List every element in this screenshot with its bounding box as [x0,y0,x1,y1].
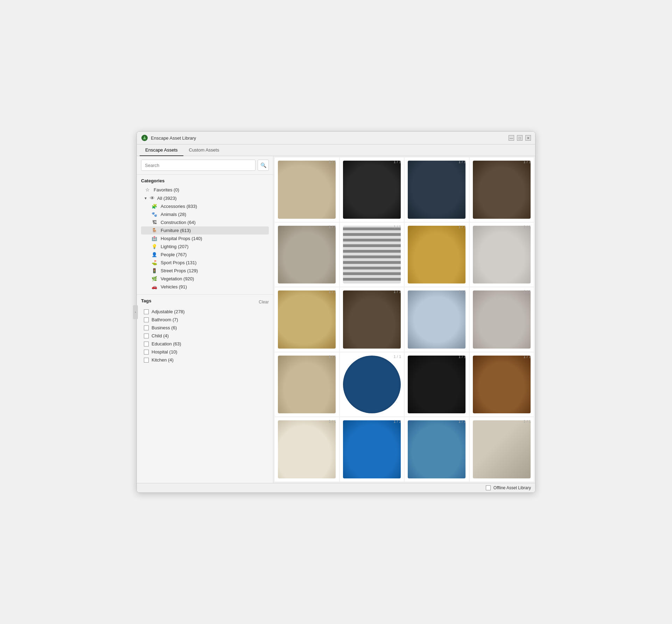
tag-bathroom[interactable]: Bathroom (7) [141,316,269,324]
asset-thumbnail-14 [343,356,401,413]
window-title: Enscape Asset Library [151,135,196,141]
tags-clear-button[interactable]: Clear [259,300,269,304]
favorites-label: Favorites (0) [154,187,179,192]
category-vehicles[interactable]: 🚗 Vehicles (91) [141,283,269,291]
asset-badge-1: 1 / 1 [329,160,336,164]
accessories-icon: 🧩 [151,204,158,209]
furniture-label: Furniture (613) [161,228,191,233]
asset-thumbnail-10 [343,290,401,348]
vehicles-icon: 🚗 [151,284,158,289]
category-hospital-props[interactable]: 🏥 Hospital Props (140) [141,234,269,243]
category-construction[interactable]: 🏗 Construction (64) [141,218,269,226]
asset-badge-11: 1 / 1 [458,289,466,294]
tab-custom-assets[interactable]: Custom Assets [183,145,225,156]
asset-item-3[interactable]: 1 / 1 [405,157,469,222]
asset-item-18[interactable]: 1 / 2 [340,417,404,482]
asset-thumbnail-18 [343,420,401,478]
asset-badge-4: 1 / 1 [524,160,531,164]
tag-adjustable-checkbox[interactable] [144,309,149,314]
asset-item-10[interactable]: 1 / 1 [340,287,404,352]
sidebar-scroll[interactable]: Categories ☆ Favorites (0) ▼ 👁 All (3923… [137,175,273,483]
furniture-icon: 🪑 [151,228,158,233]
tag-hospital-checkbox[interactable] [144,350,149,355]
asset-item-14[interactable]: 1 / 1 [340,352,404,417]
asset-thumbnail-11 [408,290,465,348]
tag-bathroom-checkbox[interactable] [144,317,149,322]
tag-child-checkbox[interactable] [144,334,149,338]
tag-kitchen[interactable]: Kitchen (4) [141,356,269,364]
offline-checkbox[interactable] [486,485,491,490]
asset-item-7[interactable]: 1 / 1 [405,223,469,287]
category-accessories[interactable]: 🧩 Accessories (833) [141,202,269,210]
asset-thumbnail-9 [278,290,336,348]
asset-item-8[interactable]: 1 / 1 [470,223,534,287]
asset-grid: 1 / 1 1 / 1 1 / 1 1 / 1 1 / 1 [274,157,534,482]
asset-item-12[interactable]: 1 / 1 [470,287,534,352]
category-all[interactable]: ▼ 👁 All (3923) [141,194,269,202]
asset-item-17[interactable]: 1 / 1 [275,417,339,482]
asset-item-5[interactable]: 1 / 1 [275,223,339,287]
search-button[interactable]: 🔍 [258,160,269,171]
asset-grid-area[interactable]: 1 / 1 1 / 1 1 / 1 1 / 1 1 / 1 [273,156,535,483]
category-street-props[interactable]: 🚦 Street Props (129) [141,267,269,275]
accessories-label: Accessories (833) [161,204,197,209]
asset-badge-20: 1 / 1 [524,419,531,423]
lighting-label: Lighting (207) [161,244,189,249]
tag-business[interactable]: Business (6) [141,324,269,332]
hospital-props-label: Hospital Props (140) [161,236,202,241]
asset-item-13[interactable]: 1 / 1 [275,352,339,417]
sidebar-collapse-handle[interactable]: › [137,305,138,319]
asset-badge-10: 1 / 1 [394,289,401,294]
title-bar-left: Enscape Asset Library [141,134,196,141]
asset-item-2[interactable]: 1 / 1 [340,157,404,222]
tab-enscape-assets[interactable]: Enscape Assets [140,145,183,156]
asset-item-19[interactable]: 1 / 1 [405,417,469,482]
category-sport-props[interactable]: ⛳ Sport Props (131) [141,259,269,267]
street-props-label: Street Props (129) [161,268,198,273]
asset-thumbnail-7 [408,226,465,283]
tabs-bar: Enscape Assets Custom Assets [137,145,535,156]
asset-item-1[interactable]: 1 / 1 [275,157,339,222]
asset-item-15[interactable]: 1 / 1 [405,352,469,417]
categories-section: Categories ☆ Favorites (0) ▼ 👁 All (3923… [137,175,273,293]
category-lighting[interactable]: 💡 Lighting (207) [141,243,269,251]
tag-education[interactable]: Education (63) [141,340,269,348]
asset-badge-16: 1 / 1 [524,355,531,359]
category-vegetation[interactable]: 🌿 Vegetation (920) [141,275,269,283]
tag-kitchen-checkbox[interactable] [144,358,149,363]
category-furniture[interactable]: 🪑 Furniture (613) [141,226,269,234]
offline-label: Offline Asset Library [493,485,531,490]
asset-badge-3: 1 / 1 [458,160,466,164]
minimize-button[interactable]: — [509,135,514,141]
categories-title: Categories [141,178,269,183]
tag-education-checkbox[interactable] [144,342,149,346]
close-button[interactable]: ✕ [525,135,531,141]
category-animals[interactable]: 🐾 Animals (28) [141,210,269,218]
asset-badge-18: 1 / 2 [394,419,401,423]
asset-badge-12: 1 / 1 [524,289,531,294]
vehicles-label: Vehicles (91) [161,284,187,289]
asset-badge-15: 1 / 1 [458,355,466,359]
category-people[interactable]: 👤 People (767) [141,251,269,259]
search-input[interactable] [141,160,255,171]
vegetation-label: Vegetation (920) [161,276,194,281]
asset-item-11[interactable]: 1 / 1 [405,287,469,352]
category-favorites[interactable]: ☆ Favorites (0) [141,185,269,194]
tag-child-label: Child (4) [152,333,169,338]
animals-label: Animals (28) [161,212,186,217]
asset-item-20[interactable]: 1 / 1 [470,417,534,482]
construction-icon: 🏗 [151,220,158,225]
asset-badge-13: 1 / 1 [329,355,336,359]
asset-thumbnail-20 [473,420,531,478]
asset-thumbnail-4 [473,161,531,218]
tag-child[interactable]: Child (4) [141,332,269,340]
street-props-icon: 🚦 [151,268,158,273]
asset-item-6[interactable]: 1 / 1 [340,223,404,287]
asset-item-16[interactable]: 1 / 1 [470,352,534,417]
tag-business-checkbox[interactable] [144,325,149,330]
asset-item-9[interactable]: 1 / 1 [275,287,339,352]
asset-item-4[interactable]: 1 / 1 [470,157,534,222]
tag-hospital[interactable]: Hospital (10) [141,348,269,356]
tag-adjustable[interactable]: Adjustable (278) [141,308,269,316]
maximize-button[interactable]: □ [517,135,523,141]
